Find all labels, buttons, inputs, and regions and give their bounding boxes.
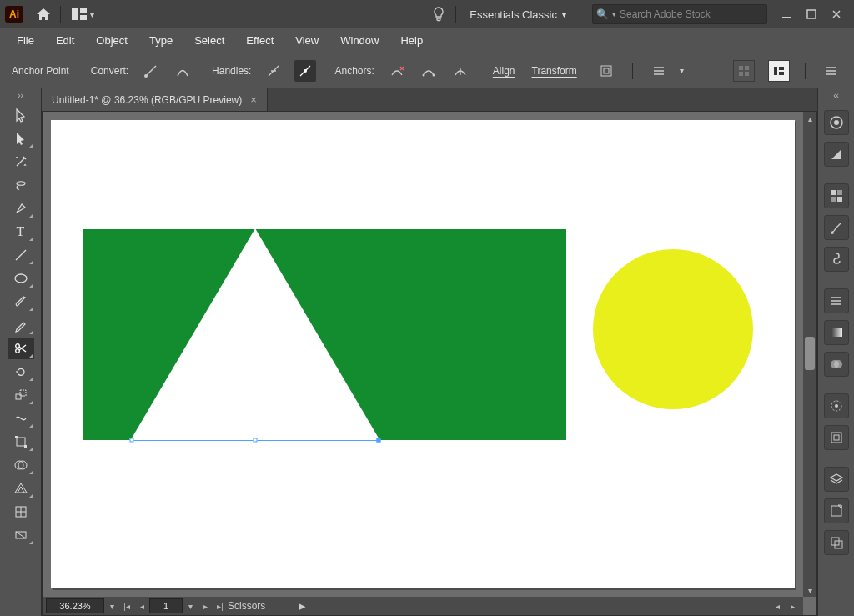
paintbrush-tool-icon[interactable] <box>8 291 34 313</box>
magic-wand-tool-icon[interactable] <box>8 151 34 173</box>
appearance-panel-icon[interactable] <box>824 393 849 418</box>
handles-hide-icon[interactable] <box>294 60 316 82</box>
shape-builder-tool-icon[interactable] <box>8 454 34 476</box>
panels-expand-icon[interactable]: ‹‹ <box>818 88 854 103</box>
arrange-docs-icon[interactable]: ▾ <box>66 3 99 26</box>
scroll-right-icon[interactable]: ▸ <box>785 598 800 613</box>
menu-effect[interactable]: Effect <box>236 29 284 52</box>
color-guide-panel-icon[interactable] <box>824 142 849 167</box>
maximize-button[interactable] <box>799 5 824 23</box>
align-to-icon[interactable] <box>648 60 670 82</box>
workspace-switcher[interactable]: Essentials Classic ▾ <box>461 3 575 25</box>
svg-point-31 <box>834 120 839 125</box>
layers-panel-icon[interactable] <box>824 467 849 492</box>
convert-smooth-icon[interactable] <box>172 60 193 82</box>
first-artboard-icon[interactable]: |◂ <box>119 598 134 613</box>
menubar: File Edit Object Type Select Effect View… <box>0 28 854 53</box>
artboard[interactable] <box>51 120 795 588</box>
menu-view[interactable]: View <box>285 29 329 52</box>
scroll-left-icon[interactable]: ◂ <box>770 598 785 613</box>
pen-tool-icon[interactable] <box>8 198 34 219</box>
prev-artboard-icon[interactable]: ◂ <box>134 598 149 613</box>
zoom-level-field[interactable]: 36.23% <box>46 598 104 613</box>
mesh-tool-icon[interactable] <box>8 501 34 523</box>
anchor-point-handle[interactable] <box>130 438 134 443</box>
svg-rect-17 <box>779 72 784 75</box>
search-dropdown-icon[interactable]: ▾ <box>612 10 616 18</box>
menu-select[interactable]: Select <box>184 29 234 52</box>
search-stock-box[interactable]: 🔍 ▾ <box>592 4 767 24</box>
current-tool-label: Scissors <box>228 600 265 612</box>
artboards-panel-icon[interactable] <box>824 530 849 555</box>
search-input[interactable] <box>620 8 763 20</box>
menu-object[interactable]: Object <box>86 29 138 52</box>
grid-view-icon[interactable] <box>733 60 755 82</box>
menu-file[interactable]: File <box>7 29 44 52</box>
next-artboard-icon[interactable]: ▸ <box>198 598 213 613</box>
menu-help[interactable]: Help <box>390 29 433 52</box>
svg-rect-13 <box>739 72 743 76</box>
last-artboard-icon[interactable]: ▸| <box>213 598 228 613</box>
svg-point-20 <box>15 349 19 353</box>
isolate-icon[interactable] <box>595 60 617 82</box>
pencil-tool-icon[interactable] <box>8 314 34 336</box>
menu-type[interactable]: Type <box>139 29 183 52</box>
status-play-icon[interactable]: ▶ <box>299 601 305 612</box>
connect-anchor-icon[interactable] <box>418 60 440 82</box>
minimize-button[interactable] <box>774 5 799 23</box>
line-tool-icon[interactable] <box>8 244 34 266</box>
graphic-styles-panel-icon[interactable] <box>824 425 849 450</box>
chevron-down-icon[interactable]: ▾ <box>680 66 684 75</box>
free-transform-tool-icon[interactable] <box>8 431 34 453</box>
artboard-number-field[interactable]: 1 <box>149 598 183 613</box>
canvas[interactable]: ▴ ▾ 36.23% ▾ |◂ ◂ 1 ▾ ▸ ▸| Scissors ▶ ◂ … <box>42 112 817 616</box>
direct-selection-tool-icon[interactable] <box>8 128 34 149</box>
align-link[interactable]: Align <box>493 65 515 77</box>
symbols-panel-icon[interactable] <box>824 247 849 272</box>
menu-edit[interactable]: Edit <box>46 29 84 52</box>
scroll-down-icon[interactable]: ▾ <box>803 583 816 597</box>
lasso-tool-icon[interactable] <box>8 174 34 196</box>
asset-export-panel-icon[interactable] <box>824 498 849 523</box>
selection-tool-icon[interactable] <box>8 104 34 126</box>
document-setup-icon[interactable] <box>768 60 790 82</box>
transparency-panel-icon[interactable] <box>824 352 849 377</box>
menu-window[interactable]: Window <box>330 29 389 52</box>
scroll-up-icon[interactable]: ▴ <box>803 112 816 125</box>
artboard-dropdown-icon[interactable]: ▾ <box>183 598 198 613</box>
document-tab[interactable]: Untitled-1* @ 36.23% (RGB/GPU Preview) × <box>42 88 268 111</box>
anchors-label: Anchors: <box>334 65 374 77</box>
remove-anchor-icon[interactable] <box>386 60 408 82</box>
anchor-point-handle-selected[interactable] <box>377 438 381 443</box>
rotate-tool-icon[interactable] <box>8 361 34 383</box>
circle-shape[interactable] <box>593 249 753 409</box>
ellipse-tool-icon[interactable] <box>8 268 34 289</box>
separator <box>632 63 633 79</box>
preferences-icon[interactable] <box>821 60 842 82</box>
vertical-scrollbar[interactable]: ▴ ▾ <box>803 112 816 597</box>
transform-link[interactable]: Transform <box>532 65 577 77</box>
gradient-tool-icon[interactable] <box>8 524 34 546</box>
app-logo-icon: Ai <box>5 6 23 23</box>
color-panel-icon[interactable] <box>824 110 849 135</box>
width-tool-icon[interactable] <box>8 408 34 429</box>
gradient-panel-icon[interactable] <box>824 320 849 345</box>
stroke-panel-icon[interactable] <box>824 288 849 313</box>
scrollbar-thumb[interactable] <box>805 337 815 370</box>
cut-path-icon[interactable] <box>450 60 471 82</box>
perspective-grid-tool-icon[interactable] <box>8 478 34 499</box>
anchor-point-handle[interactable] <box>254 438 258 443</box>
scale-tool-icon[interactable] <box>8 384 34 406</box>
swatches-panel-icon[interactable] <box>824 183 849 208</box>
tools-expand-icon[interactable]: ›› <box>0 88 41 103</box>
brushes-panel-icon[interactable] <box>824 215 849 240</box>
handles-show-icon[interactable] <box>263 60 284 82</box>
close-tab-icon[interactable]: × <box>250 93 257 106</box>
close-button[interactable] <box>824 5 849 23</box>
zoom-dropdown-icon[interactable]: ▾ <box>104 598 119 613</box>
type-tool-icon[interactable]: T <box>8 221 34 243</box>
convert-corner-icon[interactable] <box>140 60 162 82</box>
lightbulb-icon[interactable] <box>427 3 450 26</box>
home-icon[interactable] <box>32 3 55 26</box>
scissors-tool-icon[interactable] <box>8 338 34 359</box>
